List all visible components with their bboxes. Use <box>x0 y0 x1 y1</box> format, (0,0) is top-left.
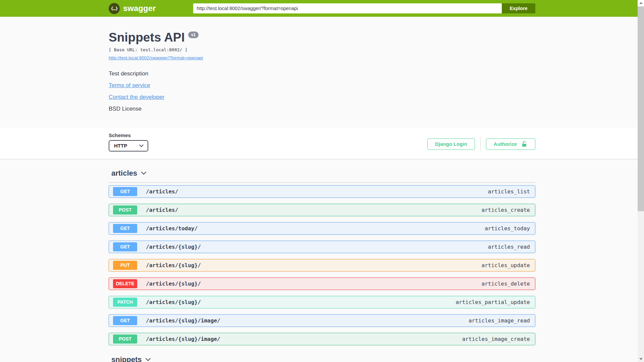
auth-divider <box>480 137 481 152</box>
operation-path: /articles/{slug}/ <box>146 281 201 287</box>
chevron-down-icon <box>141 169 147 175</box>
opblock-list: GET/articles/articles_listPOST/articles/… <box>109 183 535 345</box>
authorize-button[interactable]: Authorize <box>486 138 535 150</box>
opblock-articles_read[interactable]: GET/articles/{slug}/articles_read <box>109 241 535 253</box>
method-badge: GET <box>113 187 137 196</box>
django-login-label: Django Login <box>435 141 467 147</box>
contact-developer-link[interactable]: Contact the developer <box>109 94 164 101</box>
schemes-block: Schemes HTTP <box>109 132 148 152</box>
opblock-articles_create[interactable]: POST/articles/articles_create <box>109 204 535 216</box>
method-badge: PUT <box>113 261 137 270</box>
scheme-section: Schemes HTTP Django Login Authorize <box>0 128 644 159</box>
spec-link[interactable]: http://test.local:8002/swagger/?format=o… <box>109 55 203 60</box>
method-badge: POST <box>113 335 137 344</box>
operation-id: articles_image_read <box>469 317 530 324</box>
opblock-articles_update[interactable]: PUT/articles/{slug}/articles_update <box>109 259 535 272</box>
brand-name: swagger <box>123 4 156 13</box>
explore-button[interactable]: Explore <box>502 3 535 13</box>
chevron-down-icon <box>146 356 151 361</box>
opblock-articles_list[interactable]: GET/articles/articles_list <box>109 185 535 198</box>
operation-path: /articles/ <box>146 188 178 195</box>
operation-id: articles_today <box>485 225 530 232</box>
chevron-down-icon <box>139 143 144 147</box>
operation-path: /articles/{slug}/ <box>146 262 201 268</box>
opblock-articles_image_read[interactable]: GET/articles/{slug}/image/articles_image… <box>109 314 535 327</box>
spec-url-input[interactable] <box>193 3 502 13</box>
operation-path: /articles/ <box>146 207 178 213</box>
operation-id: articles_image_create <box>462 336 530 342</box>
license-text: BSD License <box>109 106 535 112</box>
page-title: Snippets API <box>109 31 185 45</box>
opblock-articles_delete[interactable]: DELETE/articles/{slug}/articles_delete <box>109 278 535 290</box>
operation-id: articles_partial_update <box>455 299 530 305</box>
method-badge: GET <box>113 224 137 233</box>
operation-id: articles_list <box>488 188 530 195</box>
operation-id: articles_update <box>482 262 530 268</box>
schemes-label: Schemes <box>109 132 148 138</box>
api-sections: articlesGET/articles/articles_listPOST/a… <box>109 169 535 362</box>
base-url-text: [ Base URL: test.local:8002/ ] <box>109 47 535 52</box>
scrollbar[interactable] <box>638 0 644 362</box>
scrollbar-down-button[interactable] <box>638 356 644 362</box>
operation-path: /articles/today/ <box>146 225 198 232</box>
schemes-select[interactable]: HTTP <box>109 140 148 152</box>
operation-id: articles_delete <box>482 281 530 287</box>
authorize-label: Authorize <box>494 141 517 147</box>
lock-open-icon <box>521 141 528 147</box>
operation-path: /articles/{slug}/ <box>146 299 201 305</box>
operation-path: /articles/{slug}/image/ <box>146 336 220 342</box>
tag-section-articles: articlesGET/articles/articles_listPOST/a… <box>109 169 535 345</box>
version-badge: v1 <box>188 32 199 38</box>
operation-path: /articles/{slug}/ <box>146 244 201 250</box>
api-description: Test description <box>109 70 535 77</box>
info-section: Snippets API v1 [ Base URL: test.local:8… <box>0 17 644 128</box>
method-badge: POST <box>113 205 137 215</box>
chevron-down-icon <box>639 357 642 360</box>
method-badge: DELETE <box>113 279 137 288</box>
terms-of-service-link[interactable]: Terms of service <box>109 82 150 89</box>
tag-name: snippets <box>111 355 142 362</box>
scrollbar-up-button[interactable] <box>638 0 644 6</box>
topbar: {…} swagger Explore <box>0 0 644 17</box>
swagger-logo-icon: {…} <box>109 3 120 14</box>
opblock-articles_partial_update[interactable]: PATCH/articles/{slug}/articles_partial_u… <box>109 296 535 308</box>
method-badge: GET <box>113 242 137 251</box>
opblock-articles_image_create[interactable]: POST/articles/{slug}/image/articles_imag… <box>109 333 535 345</box>
swagger-brand[interactable]: {…} swagger <box>109 3 156 14</box>
django-login-button[interactable]: Django Login <box>427 138 475 150</box>
tag-header-snippets[interactable]: snippets <box>109 355 535 362</box>
schemes-selected-value: HTTP <box>114 143 127 148</box>
auth-wrapper: Django Login Authorize <box>427 137 535 152</box>
explore-form: Explore <box>193 3 535 13</box>
operation-id: articles_read <box>488 244 530 250</box>
scrollbar-thumb[interactable] <box>638 6 644 211</box>
method-badge: PATCH <box>113 298 137 307</box>
operation-id: articles_create <box>482 207 530 213</box>
tag-name: articles <box>111 169 137 178</box>
opblock-articles_today[interactable]: GET/articles/today/articles_today <box>109 222 535 235</box>
tag-section-snippets: snippetsGET/snippets/snippets_list <box>109 355 535 362</box>
chevron-up-icon <box>639 2 642 5</box>
tag-header-articles[interactable]: articles <box>109 169 535 183</box>
operation-path: /articles/{slug}/image/ <box>146 317 220 324</box>
method-badge: GET <box>113 316 137 325</box>
